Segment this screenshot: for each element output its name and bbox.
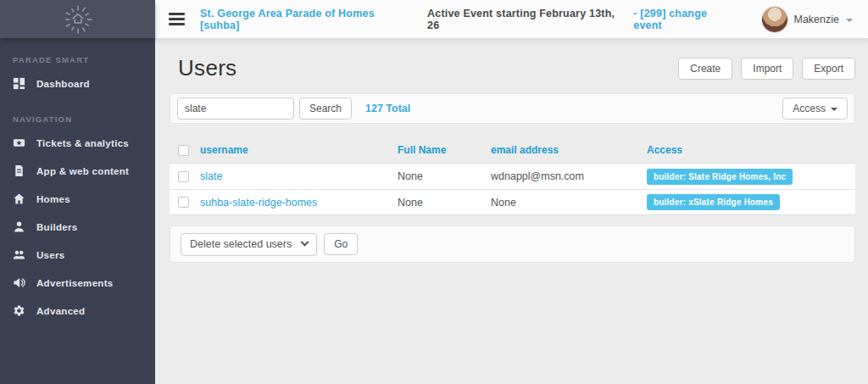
page-title: Users: [178, 55, 236, 81]
sidebar-item-dashboard[interactable]: Dashboard: [0, 70, 155, 97]
person-icon: [13, 220, 25, 233]
topbar: St. George Area Parade of Homes [suhba] …: [155, 0, 868, 38]
search-input[interactable]: [177, 97, 294, 120]
row-checkbox[interactable]: [178, 197, 189, 208]
search-toolbar: Search 127 Total Access: [170, 93, 855, 124]
sidebar-item-label: Advertisements: [36, 278, 113, 288]
sidebar-item-homes[interactable]: Homes: [0, 185, 155, 213]
users-table-body: slate None wdnappl@msn.com builder: Slat…: [170, 163, 855, 215]
column-header-access[interactable]: Access: [647, 144, 855, 156]
chevron-down-icon: [301, 237, 309, 246]
speaker-icon: [13, 276, 25, 289]
sidebar-section-parade-smart: PARADE SMART: [0, 55, 155, 64]
sidebar-item-label: Homes: [36, 194, 70, 204]
app-window: PARADE SMART Dashboard NAVIGATION Ticket…: [0, 0, 868, 384]
sidebar: PARADE SMART Dashboard NAVIGATION Ticket…: [0, 0, 155, 384]
active-event-text: Active Event starting February 13th, 26: [427, 8, 628, 31]
page-header-actions: Create Import Export: [678, 58, 855, 80]
email-cell: None: [491, 197, 647, 209]
full-name-cell: None: [398, 197, 491, 209]
sidebar-item-label: Advanced: [36, 306, 85, 316]
avatar: [762, 7, 787, 32]
bulk-action-bar: Delete selected users Go: [170, 225, 855, 263]
import-button[interactable]: Import: [741, 58, 793, 80]
row-checkbox[interactable]: [178, 171, 189, 182]
export-button[interactable]: Export: [802, 58, 855, 80]
chevron-down-icon: [846, 19, 853, 22]
access-dropdown-button[interactable]: Access: [782, 97, 848, 120]
column-header-username[interactable]: username: [200, 144, 398, 156]
email-cell: wdnappl@msn.com: [491, 170, 647, 182]
ticket-icon: [13, 136, 25, 149]
sidebar-item-label: Dashboard: [36, 79, 90, 89]
sidebar-item-app-web-content[interactable]: App & web content: [0, 157, 155, 185]
sidebar-item-users[interactable]: Users: [0, 241, 155, 269]
select-all-checkbox[interactable]: [178, 145, 189, 156]
search-button[interactable]: Search: [299, 97, 352, 120]
page-header: Users Create Import Export: [170, 55, 855, 81]
home-icon: [13, 192, 25, 205]
access-badge[interactable]: builder: xSlate Ridge Homes: [647, 194, 780, 210]
access-badge[interactable]: builder: Slate Ridge Homes, Inc: [647, 169, 793, 185]
table-header-row: username Full Name email address Access: [170, 137, 855, 163]
create-button[interactable]: Create: [678, 58, 732, 80]
sidebar-item-advanced[interactable]: Advanced: [0, 297, 155, 325]
sidebar-item-label: Tickets & analytics: [36, 138, 129, 148]
full-name-cell: None: [398, 170, 491, 182]
chevron-down-icon: [831, 108, 837, 111]
access-dropdown-label: Access: [793, 103, 826, 114]
user-name: Makenzie: [794, 14, 840, 25]
sidebar-item-advertisements[interactable]: Advertisements: [0, 269, 155, 297]
sidebar-section-navigation: NAVIGATION: [0, 114, 155, 124]
column-header-full-name[interactable]: Full Name: [398, 144, 491, 156]
menu-icon[interactable]: [165, 8, 188, 31]
sidebar-item-label: Users: [36, 250, 64, 260]
go-button[interactable]: Go: [324, 233, 358, 255]
site-link[interactable]: St. George Area Parade of Homes [suhba]: [200, 8, 415, 31]
sidebar-item-label: Builders: [36, 222, 77, 232]
table-row: slate None wdnappl@msn.com builder: Slat…: [170, 164, 855, 189]
column-header-email[interactable]: email address: [491, 144, 647, 156]
parade-burst-home-logo-icon: [60, 2, 96, 37]
sidebar-item-tickets-analytics[interactable]: Tickets & analytics: [0, 129, 155, 157]
sidebar-item-builders[interactable]: Builders: [0, 213, 155, 241]
dashboard-icon: [13, 77, 25, 90]
sidebar-item-label: App & web content: [36, 166, 129, 176]
change-event-link[interactable]: - [299] change event: [633, 8, 737, 31]
gear-icon: [13, 304, 25, 317]
users-page: Users Create Import Export Search 127 To…: [155, 38, 868, 384]
username-link[interactable]: suhba-slate-ridge-homes: [200, 197, 317, 209]
table-row: suhba-slate-ridge-homes None None builde…: [170, 189, 855, 214]
user-menu[interactable]: Makenzie: [762, 7, 854, 32]
bulk-action-select[interactable]: Delete selected users: [181, 233, 317, 256]
content-column: St. George Area Parade of Homes [suhba] …: [155, 0, 868, 384]
users-icon: [13, 248, 25, 261]
username-link[interactable]: slate: [200, 170, 222, 182]
bulk-action-selected-option: Delete selected users: [190, 238, 292, 250]
sidebar-logo[interactable]: [0, 0, 155, 38]
document-icon: [13, 164, 25, 177]
total-count-link[interactable]: 127 Total: [365, 103, 410, 114]
